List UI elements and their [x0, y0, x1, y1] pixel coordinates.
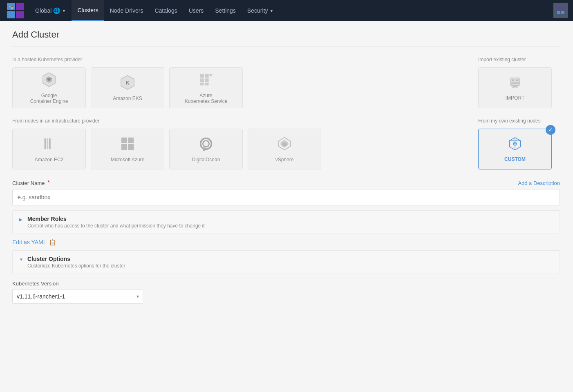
infra-layout: From nodes in an infrastructure provider… [12, 118, 560, 169]
svg-rect-32 [128, 137, 134, 143]
cluster-options-header[interactable]: ▼ Cluster Options Customize Kubernetes o… [13, 251, 560, 274]
svg-rect-22 [512, 79, 514, 81]
svg-rect-27 [517, 86, 518, 87]
eks-icon: K [120, 75, 135, 92]
svg-rect-17 [200, 78, 204, 82]
svg-rect-16 [210, 74, 212, 76]
provider-card-import[interactable]: IMPORT [478, 67, 552, 108]
svg-rect-33 [121, 144, 127, 149]
azure2-icon [120, 136, 135, 154]
yaml-link-text: Edit as YAML [12, 239, 47, 245]
chevron-down-icon: ▼ [62, 9, 66, 13]
provider-card-aks[interactable]: Azure Kubernetes Service [169, 67, 243, 108]
eks-name: Amazon EKS [113, 96, 142, 101]
svg-rect-28 [45, 138, 46, 149]
custom-icon [507, 136, 523, 153]
aks-icon [198, 72, 214, 89]
svg-rect-15 [205, 74, 209, 78]
svg-rect-19 [200, 83, 204, 85]
member-roles-title: Member Roles [27, 216, 205, 222]
svg-rect-2 [7, 11, 15, 18]
nav-global[interactable]: Global 🌐 ▼ [29, 0, 72, 21]
svg-point-11 [48, 78, 50, 81]
gke-name: Google Container Engine [30, 93, 68, 104]
ec2-icon [41, 136, 57, 154]
selected-check-badge: ✓ [546, 125, 555, 135]
ec2-name: Amazon EC2 [35, 157, 64, 163]
chevron-down-icon: ▼ [269, 9, 273, 13]
edit-yaml-link[interactable]: Edit as YAML 📋 [12, 239, 560, 245]
nav-users[interactable]: Users [183, 0, 210, 21]
gke-icon [41, 72, 57, 89]
user-avatar[interactable] [553, 3, 568, 18]
add-description-link[interactable]: Add a Description [518, 180, 560, 186]
cluster-options-toggle: ▼ [19, 257, 23, 262]
global-label: Global [35, 7, 51, 14]
svg-rect-8 [561, 11, 564, 14]
provider-card-gke[interactable]: Google Container Engine [12, 67, 86, 108]
svg-rect-20 [205, 83, 209, 85]
nav-settings[interactable]: Settings [209, 0, 242, 21]
infra-provider-cards: Amazon EC2 Microsoft Azure [12, 129, 462, 169]
import-name: IMPORT [506, 95, 524, 101]
do-name: DigitalOcean [192, 157, 220, 163]
svg-rect-24 [511, 82, 519, 84]
k8s-version-section: Kubernetes Version v1.11.6-rancher1-1 v1… [12, 281, 560, 304]
hosted-section: In a hosted Kubernetes provider Google C… [12, 57, 462, 108]
svg-rect-26 [512, 86, 513, 87]
cluster-options-title: Cluster Options [27, 256, 125, 262]
svg-rect-6 [561, 7, 564, 10]
page-title: Add Cluster [12, 29, 560, 40]
provider-card-eks[interactable]: K Amazon EKS [91, 67, 164, 108]
title-divider [12, 47, 560, 47]
infra-section: From nodes in an infrastructure provider… [12, 118, 462, 169]
k8s-version-label: Kubernetes Version [12, 281, 560, 287]
nav-node-drivers[interactable]: Node Drivers [104, 0, 149, 21]
svg-rect-7 [557, 11, 560, 14]
vsphere-icon [277, 136, 292, 154]
provider-card-vsphere[interactable]: vSphere [248, 129, 321, 169]
nav-right [553, 3, 568, 18]
required-indicator: * [47, 179, 50, 186]
cluster-options-section: ▼ Cluster Options Customize Kubernetes o… [12, 250, 560, 274]
svg-rect-18 [205, 78, 209, 82]
svg-point-36 [203, 140, 209, 147]
provider-card-ec2[interactable]: Amazon EC2 [12, 129, 86, 169]
hosted-section-label: In a hosted Kubernetes provider [12, 57, 462, 62]
svg-rect-31 [121, 137, 127, 143]
azure2-name: Microsoft Azure [111, 157, 145, 163]
nav-clusters[interactable]: Clusters [72, 0, 104, 21]
nav-security[interactable]: Security ▼ [242, 0, 279, 21]
cluster-name-input[interactable] [12, 189, 560, 205]
custom-name: CUSTOM [504, 156, 526, 162]
svg-point-35 [201, 138, 212, 149]
member-roles-subtitle: Control who has access to the cluster an… [27, 223, 205, 229]
member-roles-content: Member Roles Control who has access to t… [27, 216, 205, 229]
provider-card-custom[interactable]: ✓ CUSTOM [478, 129, 552, 169]
svg-rect-3 [16, 11, 24, 18]
provider-card-do[interactable]: DigitalOcean [169, 129, 243, 169]
svg-rect-5 [557, 7, 560, 10]
cluster-name-label-wrapper: Cluster Name * [12, 179, 50, 187]
globe-icon: 🌐 [53, 7, 60, 14]
import-section: Import existing cluster IMPORT [478, 57, 560, 108]
do-icon [198, 136, 214, 154]
cluster-options-subtitle: Customize Kubernetes options for the clu… [27, 263, 125, 269]
k8s-version-select[interactable]: v1.11.6-rancher1-1 v1.11.5-rancher1-1 v1… [12, 289, 143, 304]
nav-catalogs[interactable]: Catalogs [149, 0, 183, 21]
svg-text:🐄: 🐄 [9, 4, 14, 10]
k8s-version-wrapper: v1.11.6-rancher1-1 v1.11.5-rancher1-1 v1… [12, 289, 143, 304]
cluster-options-content: Cluster Options Customize Kubernetes opt… [27, 256, 125, 269]
svg-rect-23 [516, 79, 518, 81]
member-roles-header[interactable]: ▶ Member Roles Control who has access to… [13, 211, 560, 234]
providers-layout: In a hosted Kubernetes provider Google C… [12, 57, 560, 108]
svg-rect-21 [510, 78, 520, 86]
svg-rect-14 [200, 74, 204, 78]
svg-rect-38 [203, 149, 205, 151]
app-logo[interactable]: 🐄 [5, 0, 26, 21]
member-roles-toggle: ▶ [19, 217, 23, 222]
navbar: 🐄 Global 🌐 ▼ Clusters Node Drivers Catal… [0, 0, 573, 21]
provider-card-azure[interactable]: Microsoft Azure [91, 129, 164, 169]
svg-rect-37 [203, 147, 206, 149]
own-nodes-label: From my own existing nodes [478, 118, 560, 124]
